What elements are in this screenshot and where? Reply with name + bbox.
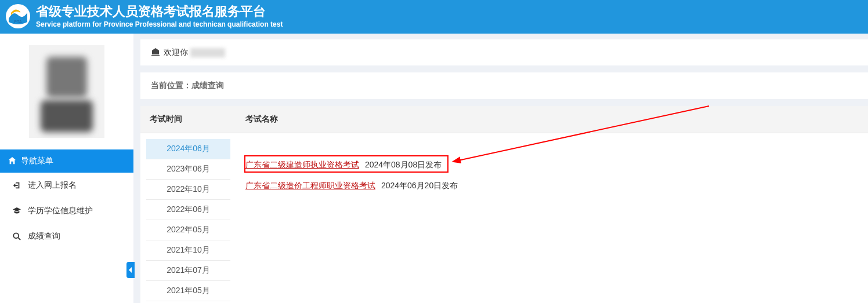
col-header-name: 考试名称	[236, 106, 868, 133]
search-icon	[12, 232, 22, 240]
exam-published: 2024年08月08日发布	[365, 160, 442, 169]
date-item[interactable]: 2024年06月	[146, 139, 230, 159]
date-item[interactable]: 2022年06月	[146, 200, 230, 220]
exam-row: 广东省二级建造师执业资格考试 2024年08月08日发布	[245, 156, 859, 173]
exam-link[interactable]: 广东省二级造价工程师职业资格考试	[245, 181, 375, 190]
date-item[interactable]: 2022年10月	[146, 180, 230, 200]
avatar	[29, 45, 104, 138]
nav-item-education[interactable]: 学历学位信息维护	[0, 198, 133, 224]
breadcrumb-label: 当前位置：	[151, 81, 191, 90]
date-item[interactable]: 2021年10月	[146, 240, 230, 261]
welcome-bar: 欢迎你	[140, 39, 868, 65]
svg-text:PTA: PTA	[14, 20, 21, 24]
nav-item-label: 学历学位信息维护	[28, 206, 93, 216]
exam-published: 2024年06月20日发布	[381, 181, 458, 190]
date-item[interactable]: 2022年05月	[146, 220, 230, 240]
graduation-icon	[12, 207, 22, 215]
nav-section-label: 导航菜单	[21, 156, 53, 166]
date-item[interactable]: 2023年06月	[146, 159, 230, 180]
nav-item-signup[interactable]: 进入网上报名	[0, 173, 133, 198]
username-blurred	[190, 48, 225, 57]
header-title-en: Service platform for Province Profession…	[36, 20, 283, 28]
welcome-text: 欢迎你	[164, 48, 188, 58]
avatar-box	[0, 34, 133, 149]
svg-line-3	[18, 238, 20, 240]
date-list: 2024年06月 2023年06月 2022年10月 2022年06月 2022…	[140, 133, 236, 303]
date-item[interactable]: 2021年07月	[146, 261, 230, 281]
exam-row: 广东省二级造价工程师职业资格考试 2024年06月20日发布	[245, 177, 859, 194]
col-header-time: 考试时间	[140, 106, 236, 133]
exam-list: 广东省二级建造师执业资格考试 2024年08月08日发布 广东省二级造价工程师职…	[236, 133, 868, 303]
sidebar: 导航菜单 进入网上报名 学历学位信息维护 成绩查询	[0, 34, 133, 303]
nav-item-label: 成绩查询	[28, 231, 60, 242]
nav-section-header: 导航菜单	[0, 149, 133, 173]
date-item[interactable]: 2021年05月	[146, 281, 230, 301]
header-title-cn: 省级专业技术人员资格考试报名服务平台	[36, 4, 283, 19]
login-icon	[12, 181, 22, 189]
content-card: 考试时间 考试名称 2024年06月 2023年06月 2022年10月 202…	[140, 106, 868, 303]
svg-point-2	[13, 233, 19, 238]
table-header: 考试时间 考试名称	[140, 106, 868, 133]
nav-item-score[interactable]: 成绩查询	[0, 224, 133, 249]
home-icon	[8, 156, 16, 166]
app-header: PTA 省级专业技术人员资格考试报名服务平台 Service platform …	[0, 0, 868, 34]
building-icon	[151, 47, 160, 58]
sidebar-collapse-button[interactable]	[126, 262, 135, 278]
nav-item-label: 进入网上报名	[28, 180, 77, 191]
main-area: 欢迎你 当前位置：成绩查询 考试时间 考试名称 2024年06月 2023年06…	[133, 34, 868, 303]
breadcrumb: 当前位置：成绩查询	[140, 72, 868, 99]
exam-link[interactable]: 广东省二级建造师执业资格考试	[245, 160, 359, 169]
breadcrumb-current: 成绩查询	[191, 81, 224, 90]
logo-icon: PTA	[6, 4, 30, 28]
